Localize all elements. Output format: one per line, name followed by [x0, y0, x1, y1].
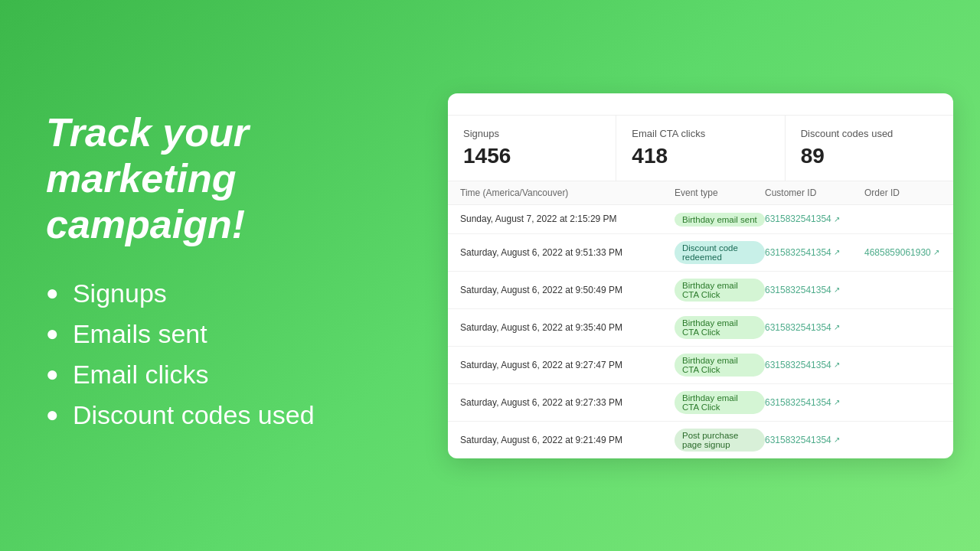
bullet-item: Discount codes used — [46, 400, 398, 430]
column-header: Order ID — [864, 187, 941, 198]
customer-cell: 6315832541354 — [765, 285, 864, 295]
event-cell: Birthday email CTA Click — [675, 316, 765, 339]
event-cell: Birthday email CTA Click — [675, 279, 765, 302]
table-row: Saturday, August 6, 2022 at 9:50:49 PM B… — [448, 272, 953, 309]
customer-cell: 6315832541354 — [765, 214, 864, 224]
table-header: Time (America/Vancouver)Event typeCustom… — [448, 181, 953, 205]
event-cell: Post purchase page signup — [675, 429, 765, 452]
event-cell: Birthday email CTA Click — [675, 354, 765, 377]
stat-label: Email CTA clicks — [632, 128, 769, 139]
customer-cell: 6315832541354 — [765, 397, 864, 408]
customer-link[interactable]: 6315832541354 — [765, 435, 864, 445]
customer-link[interactable]: 6315832541354 — [765, 247, 864, 258]
time-cell: Saturday, August 6, 2022 at 9:21:49 PM — [460, 435, 675, 445]
event-badge: Birthday email CTA Click — [675, 279, 765, 302]
customer-cell: 6315832541354 — [765, 247, 864, 258]
customer-cell: 6315832541354 — [765, 360, 864, 370]
event-badge: Post purchase page signup — [675, 429, 765, 452]
table-body: Sunday, August 7, 2022 at 2:15:29 PM Bir… — [448, 205, 953, 458]
event-cell: Birthday email CTA Click — [675, 391, 765, 414]
time-cell: Saturday, August 6, 2022 at 9:51:33 PM — [460, 247, 675, 258]
stat-box: Discount codes used 89 — [786, 116, 953, 181]
bullet-list: SignupsEmails sentEmail clicksDiscount c… — [46, 279, 398, 430]
bullet-item: Signups — [46, 279, 398, 308]
customer-cell: 6315832541354 — [765, 435, 864, 445]
time-cell: Saturday, August 6, 2022 at 9:35:40 PM — [460, 322, 675, 333]
column-header: Event type — [675, 187, 765, 198]
right-panel: Signups 1456 Email CTA clicks 418 Discou… — [444, 78, 980, 474]
left-panel: Track your marketing campaign! SignupsEm… — [0, 80, 444, 471]
analytics-card: Signups 1456 Email CTA clicks 418 Discou… — [448, 93, 953, 458]
analytics-header — [448, 93, 953, 116]
table-wrapper: Time (America/Vancouver)Event typeCustom… — [448, 181, 953, 458]
event-badge: Birthday email CTA Click — [675, 354, 765, 377]
time-cell: Saturday, August 6, 2022 at 9:50:49 PM — [460, 285, 675, 295]
stat-value: 1456 — [463, 144, 600, 168]
order-link[interactable]: 4685859061930 — [864, 247, 941, 258]
stat-label: Signups — [463, 128, 600, 139]
customer-link[interactable]: 6315832541354 — [765, 360, 864, 370]
table-row: Saturday, August 6, 2022 at 9:27:33 PM B… — [448, 384, 953, 422]
customer-link[interactable]: 6315832541354 — [765, 397, 864, 408]
customer-link[interactable]: 6315832541354 — [765, 285, 864, 295]
stat-value: 89 — [801, 144, 938, 168]
customer-cell: 6315832541354 — [765, 322, 864, 333]
stat-value: 418 — [632, 144, 769, 168]
customer-link[interactable]: 6315832541354 — [765, 214, 864, 224]
bullet-item: Email clicks — [46, 360, 398, 390]
event-cell: Discount code redeemed — [675, 241, 765, 264]
order-cell: 4685859061930 — [864, 247, 941, 258]
table-row: Sunday, August 7, 2022 at 2:15:29 PM Bir… — [448, 205, 953, 234]
event-badge: Birthday email sent — [675, 213, 765, 227]
table-row: Saturday, August 6, 2022 at 9:51:33 PM D… — [448, 234, 953, 272]
stat-box: Signups 1456 — [448, 116, 616, 181]
table-row: Saturday, August 6, 2022 at 9:35:40 PM B… — [448, 309, 953, 347]
event-badge: Birthday email CTA Click — [675, 316, 765, 339]
time-cell: Saturday, August 6, 2022 at 9:27:47 PM — [460, 360, 675, 370]
customer-link[interactable]: 6315832541354 — [765, 322, 864, 333]
event-badge: Birthday email CTA Click — [675, 391, 765, 414]
headline: Track your marketing campaign! — [46, 110, 398, 247]
time-cell: Saturday, August 6, 2022 at 9:27:33 PM — [460, 397, 675, 408]
table-row: Saturday, August 6, 2022 at 9:27:47 PM B… — [448, 347, 953, 384]
bullet-item: Emails sent — [46, 319, 398, 349]
table-row: Saturday, August 6, 2022 at 9:21:49 PM P… — [448, 422, 953, 458]
time-cell: Sunday, August 7, 2022 at 2:15:29 PM — [460, 214, 675, 224]
event-badge: Discount code redeemed — [675, 241, 765, 264]
event-cell: Birthday email sent — [675, 212, 765, 227]
column-header: Time (America/Vancouver) — [460, 187, 675, 198]
column-header: Customer ID — [765, 187, 864, 198]
stat-box: Email CTA clicks 418 — [616, 116, 785, 181]
stat-label: Discount codes used — [801, 128, 938, 139]
stats-row: Signups 1456 Email CTA clicks 418 Discou… — [448, 116, 953, 181]
